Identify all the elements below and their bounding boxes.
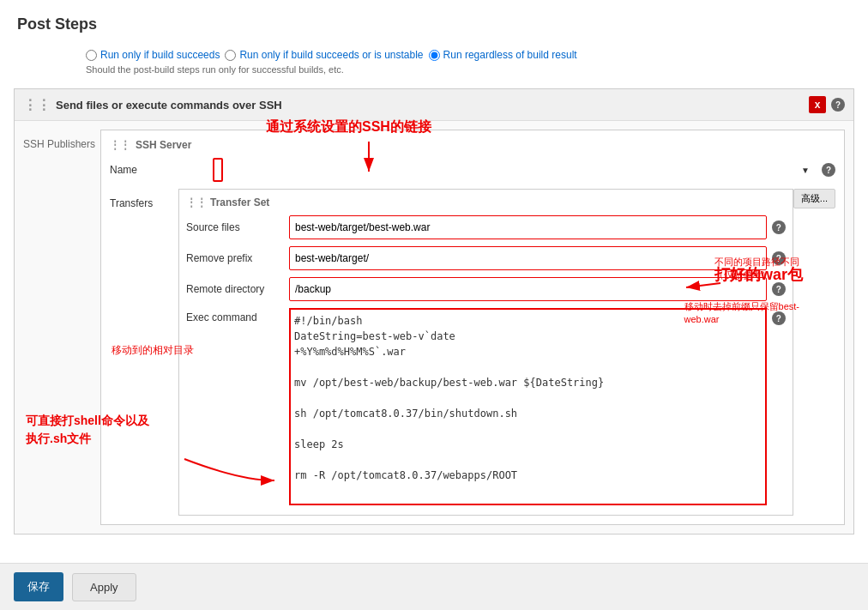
exec-command-row: Exec command #!/bin/bash DateString=best… [186,308,786,508]
radio-run-success-input[interactable] [86,50,97,61]
annotation-remote-note: 移动到的相对目录 [112,343,194,358]
radio-description: Should the post-build steps run only for… [0,63,868,82]
source-files-row: Source files ? [186,215,786,239]
radio-run-always-input[interactable] [429,50,440,61]
close-button[interactable]: x [809,96,826,113]
section-header: ⋮⋮ Send files or execute commands over S… [15,89,853,121]
remote-directory-row: Remote directory ? [186,277,786,301]
drag-handle-icon: ⋮⋮ [23,97,51,113]
name-select-wrapper [213,158,817,182]
transfer-set-header: ⋮⋮ Transfer Set [186,196,786,208]
name-help-icon[interactable]: ? [822,163,835,177]
radio-run-unstable-input[interactable] [225,50,236,61]
radio-run-unstable[interactable]: Run only if build succeeds or is unstabl… [225,49,423,61]
annotation-ssh: 通过系统设置的SSH的链接 [266,118,431,136]
radio-run-always-label: Run regardless of build result [443,49,577,61]
publishers-label: SSH Publishers [23,130,100,525]
transfer-set-block: ⋮⋮ Transfer Set Source files ? Remove pr… [178,189,793,516]
transfers-section: Transfers ⋮⋮ Transfer Set Source files ? [110,189,793,516]
apply-button[interactable]: Apply [72,573,136,601]
radio-run-success[interactable]: Run only if build succeeds [86,49,220,61]
radio-run-unstable-label: Run only if build succeeds or is unstabl… [239,49,423,61]
annotation-shell-note: 可直接打shell命令以及 执行.sh文件 [26,412,149,448]
remove-prefix-row: Remove prefix ? [186,246,786,270]
exec-wrapper: #!/bin/bash DateString=best-web-v`date +… [289,308,767,508]
transfer-set-drag: ⋮⋮ [186,196,207,208]
page-title: Post Steps [0,0,868,42]
bottom-bar: 保存 Apply [0,563,868,610]
ssh-server-header: ⋮⋮ SSH Server [110,139,835,151]
remote-directory-input[interactable] [289,277,767,301]
name-row: Name ? [110,158,835,182]
exec-command-input[interactable]: #!/bin/bash DateString=best-web-v`date +… [289,308,767,505]
radio-run-always[interactable]: Run regardless of build result [429,49,577,61]
remove-prefix-input[interactable] [289,246,767,270]
annotation-remove-note: 移动时去掉前缀只保留best- web.war [684,300,799,327]
save-button[interactable]: 保存 [14,572,63,601]
remove-prefix-label: Remove prefix [186,252,289,264]
source-files-label: Source files [186,221,289,233]
annotation-war: 打好的war包 [714,264,803,285]
section-title: ⋮⋮ Send files or execute commands over S… [23,97,282,113]
remote-directory-label: Remote directory [186,283,289,295]
source-files-help-icon[interactable]: ? [772,220,786,234]
radio-group: Run only if build succeeds Run only if b… [0,42,868,63]
source-files-input[interactable] [289,215,767,239]
section-body: SSH Publishers ⋮⋮ SSH Server Name ? [15,121,853,534]
name-select[interactable] [213,158,223,182]
help-icon[interactable]: ? [831,98,845,112]
ssh-server-block: ⋮⋮ SSH Server Name ? 高级... [100,130,845,525]
page-container: Post Steps Run only if build succeeds Ru… [0,0,868,610]
exec-command-label: Exec command [186,308,289,323]
radio-run-success-label: Run only if build succeeds [100,49,220,61]
name-label: Name [110,164,213,176]
ssh-server-drag: ⋮⋮ [110,139,130,151]
advanced-button[interactable]: 高级... [793,189,835,208]
